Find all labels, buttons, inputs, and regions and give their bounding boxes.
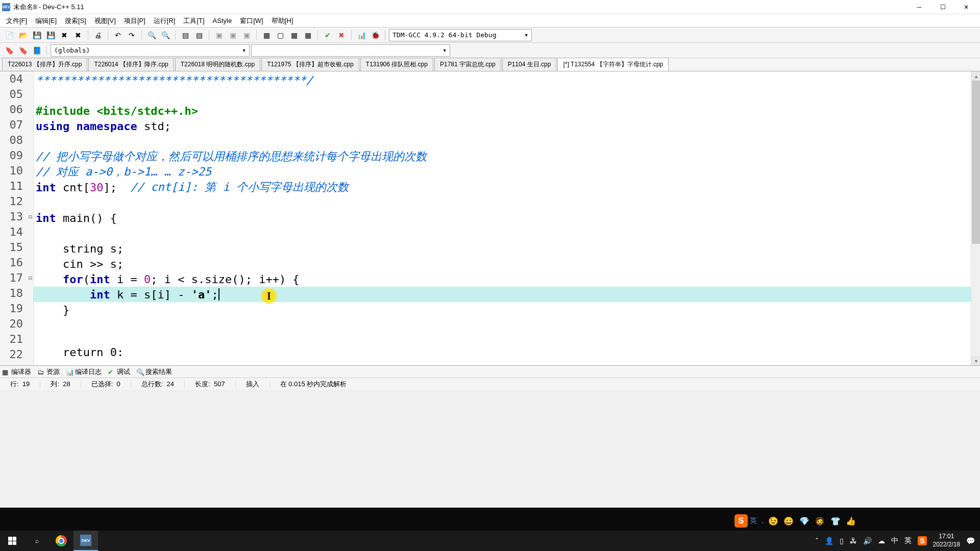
- debug-icon[interactable]: ▦: [302, 29, 314, 41]
- tray-volume-icon[interactable]: 🔊: [863, 537, 872, 545]
- replace-icon[interactable]: 🔍: [159, 29, 172, 41]
- line-number: 22: [0, 348, 33, 363]
- menu-astyle[interactable]: AStyle: [209, 15, 236, 26]
- line-number: 17: [0, 271, 33, 287]
- tray-ime-lang[interactable]: 中: [891, 536, 898, 545]
- status-bar: 行: 19 列: 28 已选择: 0 总行数: 24 长度: 507 插入 在 …: [0, 378, 980, 390]
- search-button[interactable]: ⌕: [24, 531, 49, 551]
- scroll-up-icon[interactable]: ▴: [971, 71, 980, 81]
- line-number: 12: [0, 195, 33, 210]
- close-button[interactable]: ✕: [954, 0, 978, 14]
- scope-class-dropdown[interactable]: (globals) ▾: [51, 44, 250, 57]
- bookmark-set-icon[interactable]: 🔖: [3, 44, 15, 57]
- save-icon[interactable]: 💾: [31, 29, 43, 41]
- menu-edit[interactable]: 编辑[E]: [31, 15, 61, 27]
- tray-usb-icon[interactable]: ▯: [840, 537, 844, 545]
- scrollbar-thumb[interactable]: [972, 81, 980, 244]
- compile-icon[interactable]: ▣: [213, 29, 225, 41]
- new-file-icon[interactable]: 📄: [3, 29, 15, 41]
- scope-function-dropdown[interactable]: ▾: [251, 44, 450, 57]
- compiler-profile-dropdown[interactable]: TDM-GCC 4.9.2 64-bit Debug ▾: [389, 29, 532, 41]
- tray-sogou-icon[interactable]: S: [918, 536, 926, 545]
- bookmark-goto-icon[interactable]: 🔖: [17, 44, 29, 57]
- menu-project[interactable]: 项目[P]: [120, 15, 150, 27]
- text-cursor: [218, 288, 219, 300]
- resources-icon: 🗂: [37, 368, 44, 375]
- file-tab[interactable]: T131906 排队照相.cpp: [360, 58, 433, 71]
- undo-icon[interactable]: ↶: [112, 29, 124, 41]
- code-editor[interactable]: 04 05 06 07 08 09 10 11 12 13 14 15 16 1…: [0, 71, 980, 365]
- compile-run-icon[interactable]: ▣: [240, 29, 253, 41]
- menu-window[interactable]: 窗口[W]: [236, 15, 267, 27]
- scope-class-label: (globals): [54, 46, 90, 54]
- menu-run[interactable]: 运行[R]: [150, 15, 180, 27]
- tray-people-icon[interactable]: 👤: [825, 537, 834, 545]
- file-tab[interactable]: T226018 明明的随机数.cpp: [175, 58, 260, 71]
- menu-tools[interactable]: 工具[T]: [179, 15, 208, 27]
- print-icon[interactable]: 🖨: [92, 29, 104, 41]
- find-icon[interactable]: 🔍: [145, 29, 158, 41]
- taskbar-chrome[interactable]: [49, 531, 74, 551]
- taskbar-clock[interactable]: 17:01 2022/2/18: [933, 533, 960, 548]
- file-tab[interactable]: P1104 生日.cpp: [502, 58, 557, 71]
- sogou-ime-icon[interactable]: S: [734, 514, 748, 528]
- tray-cloud-icon[interactable]: ☁: [878, 537, 885, 545]
- code-content[interactable]: ****************************************…: [34, 71, 980, 365]
- status-col: 列: 28: [40, 380, 81, 389]
- search-icon: 🔍: [136, 368, 143, 375]
- redo-icon[interactable]: ↷: [126, 29, 138, 41]
- syntax-check-icon[interactable]: ▢: [274, 29, 286, 41]
- stop-icon[interactable]: ✖: [335, 29, 348, 41]
- file-tab-bar: T226013 【排序】升序.cpp T226014 【排序】降序.cpp T2…: [0, 58, 980, 71]
- start-button[interactable]: [0, 531, 24, 551]
- menu-help[interactable]: 帮助[H]: [267, 15, 298, 27]
- file-tab[interactable]: T226013 【排序】升序.cpp: [2, 58, 87, 71]
- file-tab[interactable]: T121975 【排序】超市收银.cpp: [261, 58, 359, 71]
- profile-icon[interactable]: ▦: [288, 29, 300, 41]
- settings-icon[interactable]: ▤: [179, 29, 191, 41]
- tray-expand-icon[interactable]: ˄: [815, 537, 819, 545]
- file-tab[interactable]: P1781 宇宙总统.cpp: [434, 58, 501, 71]
- menu-file[interactable]: 文件[F]: [2, 15, 31, 27]
- goto-line-icon[interactable]: ▤: [193, 29, 205, 41]
- line-number: 14: [0, 226, 33, 241]
- tab-compiler[interactable]: ▦编译器: [2, 367, 31, 377]
- open-file-icon[interactable]: 📂: [17, 29, 29, 41]
- taskbar-devcpp[interactable]: DEV: [74, 531, 98, 551]
- line-number: 21: [0, 333, 33, 348]
- toolbar-separator: [351, 30, 352, 40]
- toolbar-separator: [385, 30, 385, 40]
- tab-debug[interactable]: ✔调试: [108, 367, 130, 377]
- ime-emoji-row[interactable]: 😉 😄 💎 🧔 👕 👍: [768, 516, 857, 526]
- line-number: 06: [0, 103, 33, 118]
- tab-resources[interactable]: 🗂资源: [37, 367, 60, 377]
- system-tray: ˄ 👤 ▯ 🖧 🔊 ☁ 中 英 S 17:01 2022/2/18 💬: [815, 533, 980, 548]
- file-tab-active[interactable]: [*] T132554 【字符串】字母统计.cpp: [557, 58, 669, 71]
- toolbar-separator: [317, 30, 318, 40]
- tab-search-results[interactable]: 🔍搜索结果: [136, 367, 172, 377]
- vertical-scrollbar[interactable]: ▴ ▾: [971, 71, 980, 365]
- menu-search[interactable]: 搜索[S]: [61, 15, 90, 27]
- bookmark-list-icon[interactable]: 📘: [31, 44, 43, 57]
- maximize-button[interactable]: ☐: [931, 0, 954, 14]
- toolbar-separator: [175, 30, 176, 40]
- line-number: 08: [0, 134, 33, 149]
- close-file-icon[interactable]: ✖: [58, 29, 70, 41]
- check-icon[interactable]: ✔: [322, 29, 334, 41]
- save-all-icon[interactable]: 💾: [44, 29, 57, 41]
- notification-icon[interactable]: 💬: [966, 537, 975, 545]
- close-all-icon[interactable]: ✖: [72, 29, 84, 41]
- minimize-button[interactable]: ─: [908, 0, 931, 14]
- profile-analysis-icon[interactable]: 📊: [355, 29, 368, 41]
- rebuild-icon[interactable]: ▦: [260, 29, 273, 41]
- menu-view[interactable]: 视图[V]: [90, 15, 120, 27]
- file-tab[interactable]: T226014 【排序】降序.cpp: [88, 58, 174, 71]
- tray-ime-mode[interactable]: 英: [904, 536, 912, 545]
- ime-indicator[interactable]: S 英 ， 😉 😄 💎 🧔 👕 👍: [734, 514, 857, 528]
- delete-profile-icon[interactable]: 🐞: [369, 29, 381, 41]
- line-number: 10: [0, 164, 33, 180]
- tray-network-icon[interactable]: 🖧: [850, 537, 857, 545]
- scroll-down-icon[interactable]: ▾: [971, 356, 980, 365]
- tab-compile-log[interactable]: 📊编译日志: [66, 367, 102, 377]
- run-icon[interactable]: ▣: [227, 29, 239, 41]
